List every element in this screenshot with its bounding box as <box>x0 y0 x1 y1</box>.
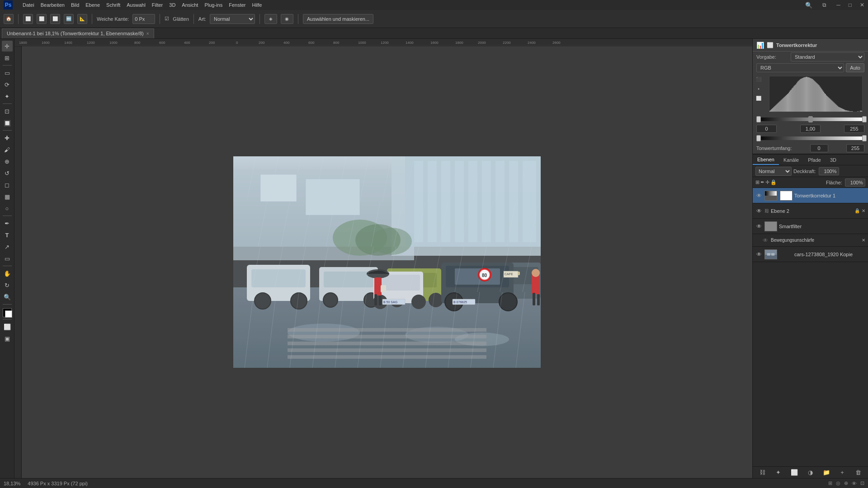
layer-eye-icon-bewegung[interactable]: 👁 <box>762 237 769 244</box>
black-input[interactable]: 0 <box>756 125 777 133</box>
ebenen-tab-layers[interactable]: Ebenen <box>753 155 779 165</box>
tool-icon-3[interactable]: ⬜ <box>50 14 60 24</box>
input-slider[interactable] <box>756 117 864 121</box>
tool-icon-2[interactable]: ⬜ <box>37 14 47 24</box>
dodge-tool[interactable]: ○ <box>2 203 13 214</box>
layer-eye-icon-2[interactable]: 👁 <box>755 207 763 215</box>
new-adjustment-btn[interactable]: ◑ <box>806 468 815 477</box>
tool-icon-1[interactable]: ⬜ <box>23 14 33 24</box>
menu-filter[interactable]: Filter <box>152 2 163 8</box>
move-tool[interactable]: ✛ <box>2 41 13 52</box>
new-group-btn[interactable]: 📁 <box>822 468 831 477</box>
glatten-checkbox[interactable]: ☑ <box>165 16 169 22</box>
pen-tool[interactable]: ✒ <box>2 218 13 229</box>
art-select[interactable]: Normal <box>210 14 255 24</box>
refine-icon-1[interactable]: ◈ <box>264 14 277 24</box>
white-point-handle[interactable] <box>862 116 867 122</box>
mid-point-handle[interactable] <box>808 116 813 122</box>
foreground-color[interactable] <box>3 308 12 317</box>
ebenen-tab-3d[interactable]: 3D <box>826 155 841 165</box>
layer-ebene2[interactable]: 👁 ⛓ Ebene 2 🔒 ✕ <box>753 203 868 219</box>
menu-fenster[interactable]: Fenster <box>229 2 245 8</box>
auto-btn[interactable]: Auto <box>846 63 864 72</box>
menu-ansicht[interactable]: Ansicht <box>182 2 198 8</box>
artboard-tool[interactable]: ⊞ <box>2 52 13 63</box>
eyedropper-white[interactable]: ⬜ <box>755 94 763 102</box>
path-select-tool[interactable]: ↗ <box>2 241 13 252</box>
black-point-handle[interactable] <box>756 116 761 122</box>
eraser-tool[interactable]: ◻ <box>2 179 13 190</box>
menu-auswahl[interactable]: Auswahl <box>127 2 146 8</box>
canvas-area[interactable]: B 076825 B 50 SAG <box>22 46 752 478</box>
layer-eye-icon-3[interactable]: 👁 <box>755 223 763 230</box>
eyedropper-tool[interactable]: 🔲 <box>2 117 13 128</box>
menu-plugins[interactable]: Plug-ins <box>204 2 222 8</box>
quick-select-tool[interactable]: ✦ <box>2 91 13 102</box>
output-black-handle[interactable] <box>756 135 761 141</box>
mask-mode[interactable]: ⬜ <box>2 321 13 332</box>
rotate-tool[interactable]: ↻ <box>2 280 13 291</box>
select-mask-btn[interactable]: Auswählen und maskieren... <box>303 14 373 24</box>
delete-layer-btn[interactable]: 🗑 <box>854 468 863 477</box>
lock-position-icon[interactable]: ✛ <box>765 179 769 185</box>
layer-tonwertkorrektur[interactable]: 👁 Tonwertkorrektur 1 <box>753 188 868 203</box>
add-style-btn[interactable]: ✦ <box>774 468 783 477</box>
arrange-icon[interactable]: ⧉ <box>822 2 826 8</box>
menu-schrift[interactable]: Schrift <box>106 2 120 8</box>
vorgabe-select[interactable]: Standard <box>791 52 864 61</box>
text-tool[interactable]: T <box>2 230 13 240</box>
menu-ebene[interactable]: Ebene <box>85 2 100 8</box>
new-layer-btn[interactable]: + <box>838 468 847 477</box>
history-brush-tool[interactable]: ↺ <box>2 168 13 178</box>
ebenen-tab-paths[interactable]: Pfade <box>803 155 826 165</box>
lock-all-icon[interactable]: 🔒 <box>770 179 777 185</box>
lock-transparent-icon[interactable]: ⊞ <box>755 179 760 185</box>
gradient-tool[interactable]: ▦ <box>2 191 13 202</box>
window-minimize[interactable]: ─ <box>836 2 840 8</box>
output-white-handle[interactable] <box>862 135 867 141</box>
refine-icon-2[interactable]: ◉ <box>281 14 293 24</box>
layer-eye-icon-cars[interactable]: 👁 <box>755 251 763 258</box>
menu-bild[interactable]: Bild <box>71 2 79 8</box>
tool-icon-5[interactable]: 📐 <box>77 14 87 24</box>
home-btn[interactable]: 🏠 <box>4 14 14 24</box>
menu-hilfe[interactable]: Hilfe <box>252 2 262 8</box>
layer-bewegung[interactable]: 👁 Bewegungsunschärfe ✕ <box>753 234 868 247</box>
tool-icon-4[interactable]: 🔤 <box>64 14 74 24</box>
layer-eye-icon[interactable]: 👁 <box>755 192 763 199</box>
clone-tool[interactable]: ⊕ <box>2 156 13 167</box>
output-black-input[interactable] <box>810 144 828 152</box>
document-tab[interactable]: Unbenannt-1 bei 18,1% (Tonwertkorrektur … <box>2 28 154 38</box>
menu-bearbeiten[interactable]: Bearbeiten <box>41 2 65 8</box>
blend-mode-select[interactable]: Normal <box>755 167 792 176</box>
output-slider[interactable] <box>756 136 864 140</box>
layer-cars[interactable]: 👁 cars-1273808_1920 Kopie <box>753 247 868 262</box>
layer-smartfilter[interactable]: 👁 Smartfilter <box>753 219 868 234</box>
window-close[interactable]: ✕ <box>860 2 864 8</box>
tab-close-btn[interactable]: × <box>146 31 149 36</box>
crop-tool[interactable]: ⊡ <box>2 106 13 117</box>
search-icon[interactable]: 🔍 <box>805 2 812 9</box>
opacity-input[interactable] <box>819 167 839 175</box>
output-white-input[interactable] <box>846 144 864 152</box>
shape-tool[interactable]: ▭ <box>2 253 13 264</box>
mid-input[interactable]: 1,00 <box>800 125 821 133</box>
weiche-kante-input[interactable] <box>132 14 155 24</box>
channel-select[interactable]: RGB <box>756 63 844 72</box>
heal-tool[interactable]: ✚ <box>2 132 13 143</box>
zoom-tool[interactable]: 🔍 <box>2 291 13 302</box>
menu-3d[interactable]: 3D <box>169 2 175 8</box>
white-input[interactable]: 255 <box>844 125 864 133</box>
flache-input[interactable] <box>845 178 865 187</box>
eyedropper-black[interactable]: ⬛ <box>755 75 763 83</box>
window-maximize[interactable]: □ <box>849 2 852 8</box>
lock-pixels-icon[interactable]: ✒ <box>760 179 764 185</box>
brush-tool[interactable]: 🖌 <box>2 144 13 155</box>
ebenen-tab-channels[interactable]: Kanäle <box>779 155 803 165</box>
lasso-tool[interactable]: ⟳ <box>2 79 13 90</box>
link-layers-btn[interactable]: ⛓ <box>758 468 767 477</box>
menu-datei[interactable]: Datei <box>23 2 34 8</box>
hand-tool[interactable]: ✋ <box>2 268 13 279</box>
eyedropper-gray[interactable]: ▪ <box>755 84 763 93</box>
add-mask-btn[interactable]: ⬜ <box>790 468 799 477</box>
